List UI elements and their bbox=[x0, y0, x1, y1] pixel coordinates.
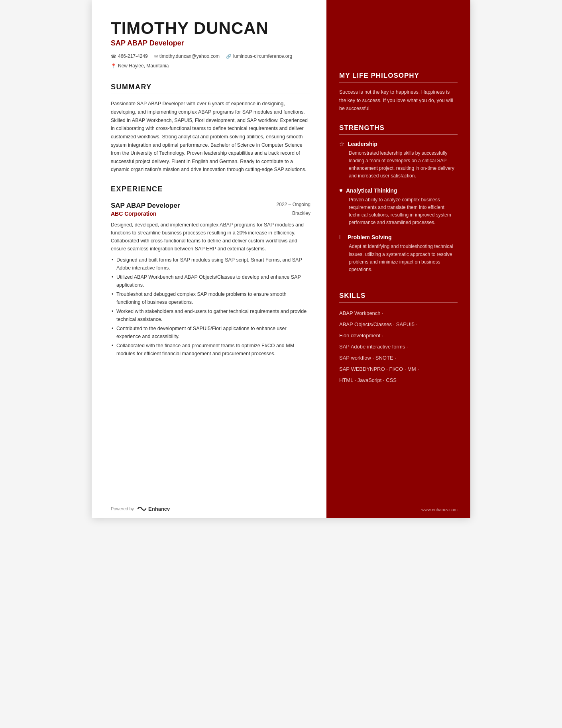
strength-name-0: Leadership bbox=[348, 141, 377, 147]
enhancv-logo-icon bbox=[137, 506, 147, 512]
location-item: 📍 New Haylee, Mauritania bbox=[111, 62, 169, 71]
strength-name-1: Analytical Thinking bbox=[346, 187, 397, 194]
contact-row-2: 📍 New Haylee, Mauritania bbox=[111, 62, 310, 71]
email-address: timothy.duncan@yahoo.com bbox=[159, 52, 220, 61]
skills-row-6: HTML · JavaScript · CSS bbox=[339, 375, 458, 386]
skills-list: ABAP Workbench · ABAP Objects/Classes · … bbox=[339, 308, 458, 386]
phone-number: 466-217-4249 bbox=[118, 52, 148, 61]
skills-row-2: Fiori development · bbox=[339, 331, 458, 341]
phone-icon: ☎ bbox=[111, 53, 116, 61]
skills-row-4: SAP workflow · SNOTE · bbox=[339, 353, 458, 363]
philosophy-title: MY LIFE PHILOSOPHY bbox=[339, 72, 458, 83]
experience-title: EXPERIENCE bbox=[111, 185, 310, 196]
analytical-icon: ♥ bbox=[339, 187, 343, 194]
email-item: ✉ timothy.duncan@yahoo.com bbox=[154, 52, 220, 61]
job-subheader: ABC Corporation Brackley bbox=[111, 211, 310, 217]
philosophy-text: Success is not the key to happiness. Hap… bbox=[339, 88, 458, 113]
enhancv-logo: Enhancv bbox=[137, 506, 170, 512]
website-url: luminous-circumference.org bbox=[233, 52, 292, 61]
top-accent-bar bbox=[326, 0, 470, 5]
website-item: 🔗 luminous-circumference.org bbox=[226, 52, 292, 61]
summary-text: Passionate SAP ABAP Developer with over … bbox=[111, 100, 310, 174]
location-text: New Haylee, Mauritania bbox=[118, 62, 169, 71]
bullet-item: Worked with stakeholders and end-users t… bbox=[111, 307, 310, 323]
summary-title: SUMMARY bbox=[111, 83, 310, 94]
job-title: SAP ABAP Developer bbox=[111, 202, 180, 210]
right-column: MY LIFE PHILOSOPHY Success is not the ke… bbox=[326, 0, 470, 518]
strength-header-0: ☆ Leadership bbox=[339, 140, 458, 148]
strengths-section: STRENGTHS ☆ Leadership Demonstrated lead… bbox=[339, 124, 458, 281]
footer: Powered by Enhancv bbox=[92, 499, 326, 518]
job-bullets: Designed and built forms for SAP modules… bbox=[111, 256, 310, 358]
candidate-title: SAP ABAP Developer bbox=[111, 39, 310, 47]
skills-row-3: SAP Adobe interactive forms · bbox=[339, 342, 458, 352]
phone-item: ☎ 466-217-4249 bbox=[111, 52, 148, 61]
leadership-icon: ☆ bbox=[339, 140, 344, 148]
bullet-item: Troubleshot and debugged complex SAP mod… bbox=[111, 290, 310, 306]
strength-name-2: Problem Solving bbox=[348, 234, 391, 240]
contact-row-1: ☎ 466-217-4249 ✉ timothy.duncan@yahoo.co… bbox=[111, 52, 310, 61]
job-description: Designed, developed, and implemented com… bbox=[111, 221, 310, 253]
skills-section: SKILLS ABAP Workbench · ABAP Objects/Cla… bbox=[339, 292, 458, 386]
experience-section: EXPERIENCE SAP ABAP Developer 2022 – Ong… bbox=[111, 185, 310, 359]
left-column: TIMOTHY DUNCAN SAP ABAP Developer ☎ 466-… bbox=[92, 0, 326, 518]
problem-solving-icon: ⊢ bbox=[339, 234, 344, 241]
location-icon: 📍 bbox=[111, 62, 116, 70]
strength-desc-0: Demonstrated leadership skills by succes… bbox=[339, 150, 458, 180]
enhancv-brand-name: Enhancv bbox=[148, 506, 170, 512]
strength-desc-2: Adept at identifying and troubleshooting… bbox=[339, 243, 458, 273]
skills-title: SKILLS bbox=[339, 292, 458, 303]
strength-item-2: ⊢ Problem Solving Adept at identifying a… bbox=[339, 234, 458, 273]
bullet-item: Designed and built forms for SAP modules… bbox=[111, 256, 310, 272]
skills-row-0: ABAP Workbench · bbox=[339, 308, 458, 319]
company-name: ABC Corporation bbox=[111, 211, 156, 217]
strength-item-0: ☆ Leadership Demonstrated leadership ski… bbox=[339, 140, 458, 180]
email-icon: ✉ bbox=[154, 53, 158, 61]
strength-item-1: ♥ Analytical Thinking Proven ability to … bbox=[339, 187, 458, 227]
bullet-item: Collaborated with the finance and procur… bbox=[111, 342, 310, 358]
skills-row-5: SAP WEBDYNPRO · FI/CO · MM · bbox=[339, 364, 458, 374]
strength-header-1: ♥ Analytical Thinking bbox=[339, 187, 458, 194]
skills-row-1: ABAP Objects/Classes · SAPUI5 · bbox=[339, 319, 458, 330]
strength-header-2: ⊢ Problem Solving bbox=[339, 234, 458, 241]
link-icon: 🔗 bbox=[226, 53, 232, 61]
powered-by-label: Powered by bbox=[111, 506, 134, 511]
contact-info: ☎ 466-217-4249 ✉ timothy.duncan@yahoo.co… bbox=[111, 52, 310, 70]
footer-website: www.enhancv.com bbox=[421, 507, 458, 512]
strengths-title: STRENGTHS bbox=[339, 124, 458, 135]
job-header: SAP ABAP Developer 2022 – Ongoing bbox=[111, 202, 310, 210]
job-location: Brackley bbox=[292, 211, 310, 217]
resume-page: TIMOTHY DUNCAN SAP ABAP Developer ☎ 466-… bbox=[92, 0, 470, 518]
strength-desc-1: Proven ability to analyze complex busine… bbox=[339, 196, 458, 227]
summary-section: SUMMARY Passionate SAP ABAP Developer wi… bbox=[111, 83, 310, 174]
candidate-name: TIMOTHY DUNCAN bbox=[111, 19, 310, 37]
philosophy-section: MY LIFE PHILOSOPHY Success is not the ke… bbox=[339, 72, 458, 113]
bullet-item: Utilized ABAP Workbench and ABAP Objects… bbox=[111, 273, 310, 289]
bullet-item: Contributed to the development of SAPUI5… bbox=[111, 325, 310, 340]
resume-header: TIMOTHY DUNCAN SAP ABAP Developer ☎ 466-… bbox=[111, 19, 310, 71]
job-dates: 2022 – Ongoing bbox=[277, 202, 310, 207]
